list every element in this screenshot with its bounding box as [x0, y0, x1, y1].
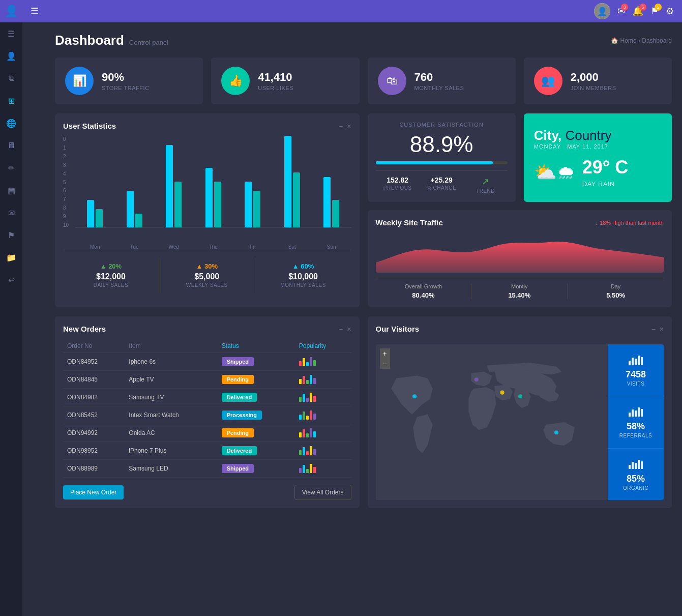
pop-bar: [306, 416, 309, 420]
sidebar-icon-table[interactable]: ▦: [0, 179, 22, 201]
hamburger-icon[interactable]: ☰: [31, 6, 39, 17]
topbar-right: 👤 ✉ 3 🔔 5 ⚑ 2 ⚙: [594, 3, 674, 19]
pop-bar: [299, 432, 302, 437]
visitors-card: Our Visitors − × + −: [368, 316, 672, 508]
svg-point-0: [412, 394, 417, 398]
user-stats-header: User Statistics − ×: [63, 122, 351, 130]
map-zoom-out[interactable]: −: [380, 359, 390, 369]
svg-rect-19: [641, 461, 643, 469]
sales-amount-weekly: $5,000: [159, 272, 255, 281]
weather-date: MONDAY May 11, 2017: [534, 143, 662, 150]
visitors-close-icon[interactable]: ×: [660, 325, 664, 333]
user-stats-card: User Statistics − × 109876543210 MonTueW…: [55, 113, 360, 307]
orders-table-body: ODN84952Iphone 6sShippedODN84845Apple TV…: [63, 353, 351, 478]
order-no: ODN84952: [63, 353, 125, 371]
traffic-badge: ↓ 18% High than last month: [595, 220, 664, 226]
pop-bar: [306, 398, 309, 402]
stat-card-likes: 👍 41,410 USER LIKES: [211, 57, 359, 104]
sidebar-icon-folder[interactable]: 📁: [0, 246, 22, 269]
order-popularity: [295, 424, 351, 442]
referrals-label: REFERRALS: [619, 433, 653, 438]
sidebar-icon-globe[interactable]: 🌐: [0, 112, 22, 134]
bar-primary-tue: [127, 191, 134, 227]
flag-icon[interactable]: ⚑ 2: [650, 6, 659, 17]
sidebar-icon-redo[interactable]: ↩: [0, 269, 22, 291]
topbar-avatar[interactable]: 👤: [594, 3, 610, 19]
sidebar-icon-menu[interactable]: ☰: [0, 22, 22, 45]
bell-icon[interactable]: 🔔 5: [632, 6, 643, 17]
chart-group-tue: [115, 136, 155, 227]
stat-label-traffic: STORE TRAFFIC: [102, 85, 150, 91]
pop-bar: [306, 469, 309, 473]
close-icon[interactable]: ×: [347, 122, 351, 130]
chart-x-labels: MonTueWedThuFriSatSun: [75, 242, 351, 250]
weather-icon: ⛅🌧: [534, 162, 575, 183]
sidebar-icon-desktop[interactable]: 🖥: [0, 134, 22, 157]
map-zoom-in[interactable]: +: [380, 348, 390, 359]
order-item: Intex Smart Watch: [125, 406, 217, 424]
bottom-row: New Orders − × Order No Item Status Popu…: [55, 316, 672, 508]
sales-pct-monthly: ▲ 60%: [255, 262, 351, 270]
order-status: Delivered: [218, 389, 295, 406]
weather-country: Country: [565, 128, 611, 143]
visitors-controls: − ×: [651, 325, 664, 333]
status-badge: Delivered: [222, 446, 257, 455]
order-status: Shipped: [218, 353, 295, 371]
sales-amount-daily: $12,000: [63, 272, 159, 281]
stat-icon-members: 👥: [534, 67, 562, 95]
sidebar-icon-copy[interactable]: ⧉: [0, 67, 22, 90]
place-order-button[interactable]: Place New Order: [63, 485, 124, 500]
sidebar-icon-edit[interactable]: ✏: [0, 157, 22, 179]
stat-card-sales: 🛍 760 MONTHLY SALES: [368, 57, 516, 104]
order-popularity: [295, 389, 351, 406]
bar-primary-sat: [284, 136, 291, 227]
order-item: Samsung TV: [125, 389, 217, 406]
bar-secondary-thu: [214, 182, 221, 227]
pop-bar: [313, 414, 316, 420]
x-label-wed: Wed: [154, 244, 194, 250]
sidebar-icon-mail[interactable]: ✉: [0, 201, 22, 224]
settings-icon[interactable]: ⚙: [666, 6, 674, 17]
orders-close-icon[interactable]: ×: [347, 325, 351, 333]
table-row: ODN98952iPhone 7 PlusDelivered: [63, 442, 351, 460]
order-item: Iphone 6s: [125, 353, 217, 371]
traffic-metric-label-monthly: Montly: [471, 283, 567, 289]
bar-secondary-tue: [135, 214, 142, 227]
col-item: Item: [125, 339, 217, 353]
pop-bar: [303, 429, 305, 437]
mail-badge: 3: [621, 4, 628, 11]
svg-rect-11: [632, 409, 634, 417]
pop-bar: [299, 415, 302, 420]
sales-label-weekly: WEEKLY SALES: [159, 282, 255, 288]
orders-table-head: Order No Item Status Popularity: [63, 339, 351, 353]
sales-label-daily: DAILY SALES: [63, 282, 159, 288]
main-content: Dashboard Control panel 🏠 Home › Dashboa…: [45, 22, 682, 616]
order-status: Processing: [218, 406, 295, 424]
bar-secondary-mon: [96, 209, 103, 227]
sidebar-icon-grid[interactable]: ⊞: [0, 90, 22, 112]
stat-card-members: 👥 2,000 JOIN MEMBERS: [524, 57, 672, 104]
stat-card-traffic: 📊 90% STORE TRAFFIC: [55, 57, 203, 104]
visitors-minimize-icon[interactable]: −: [651, 325, 656, 333]
x-label-tue: Tue: [115, 244, 155, 250]
minimize-icon[interactable]: −: [339, 122, 343, 130]
sidebar-user-avatar[interactable]: 👤: [0, 0, 22, 22]
page-title-area: Dashboard Control panel: [55, 33, 168, 48]
orders-minimize-icon[interactable]: −: [339, 325, 343, 333]
chart-group-mon: [75, 136, 115, 227]
stat-info-members: 2,000 JOIN MEMBERS: [571, 71, 616, 91]
sidebar-icon-flag[interactable]: ⚑: [0, 224, 22, 246]
stat-info-traffic: 90% STORE TRAFFIC: [102, 71, 150, 91]
traffic-metric-day: Day 5.50%: [568, 283, 664, 299]
sidebar-icon-user[interactable]: 👤: [0, 45, 22, 67]
order-popularity: [295, 406, 351, 424]
stat-label-likes: USER LIKES: [258, 85, 293, 91]
view-all-orders-button[interactable]: View All Orders: [294, 485, 351, 500]
svg-rect-15: [629, 465, 631, 469]
mail-icon[interactable]: ✉ 3: [617, 6, 625, 17]
x-label-sat: Sat: [273, 244, 312, 250]
table-row: ODN88989Samsung LEDShipped: [63, 460, 351, 478]
visitors-stats-panel: 7458 VISITS 58% REFERRALS: [608, 344, 664, 500]
chart-group-fri: [233, 136, 273, 227]
breadcrumb-home[interactable]: Home: [620, 37, 637, 44]
